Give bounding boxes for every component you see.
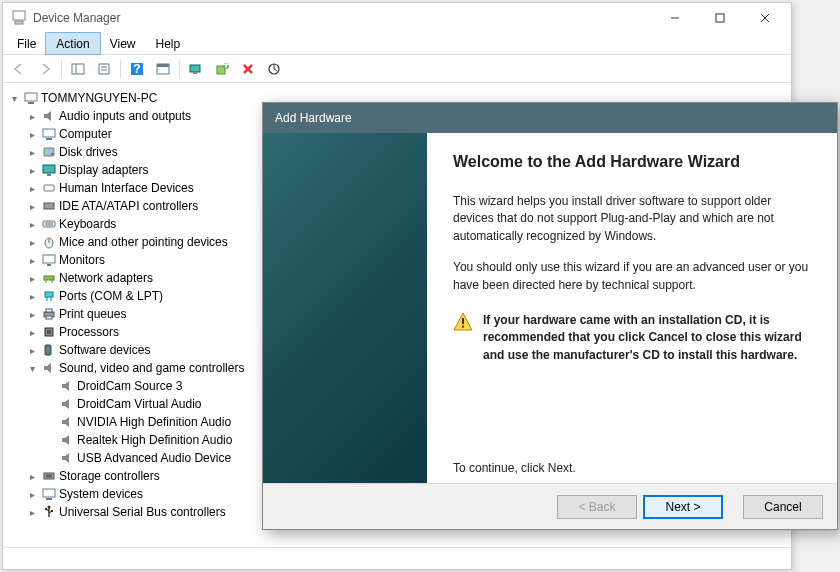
node-label: Sound, video and game controllers [59, 361, 244, 375]
node-label: Network adapters [59, 271, 153, 285]
node-label: Disk drives [59, 145, 118, 159]
window-title: Device Manager [33, 11, 652, 25]
separator [179, 60, 180, 78]
keyboard-icon [41, 216, 57, 232]
svg-rect-29 [43, 165, 55, 173]
wizard-titlebar: Add Hardware [263, 103, 837, 133]
window-buttons [652, 4, 787, 32]
expand-icon[interactable] [25, 291, 39, 302]
speaker-icon [59, 450, 75, 466]
svg-rect-53 [46, 475, 52, 478]
expand-icon[interactable] [7, 93, 21, 104]
svg-rect-6 [72, 64, 84, 74]
wizard-main: Welcome to the Add Hardware Wizard This … [427, 133, 837, 483]
expand-icon[interactable] [25, 471, 39, 482]
node-label: Mice and other pointing devices [59, 235, 228, 249]
warning-icon [453, 312, 473, 332]
cancel-button[interactable]: Cancel [743, 495, 823, 519]
expand-icon[interactable] [25, 309, 39, 320]
menu-view[interactable]: View [100, 33, 146, 54]
back-button[interactable]: < Back [557, 495, 637, 519]
printer-icon [41, 306, 57, 322]
expand-icon[interactable] [25, 219, 39, 230]
monitor-icon [41, 252, 57, 268]
svg-rect-24 [28, 102, 34, 104]
svg-rect-16 [193, 72, 197, 74]
wizard-continue-text: To continue, click Next. [453, 461, 576, 475]
help-button[interactable]: ? [125, 57, 149, 81]
svg-rect-1 [15, 21, 23, 24]
usb-icon [41, 504, 57, 520]
expand-icon[interactable] [25, 237, 39, 248]
expand-icon[interactable] [25, 255, 39, 266]
svg-rect-38 [43, 255, 55, 263]
node-label: Keyboards [59, 217, 116, 231]
node-label: Audio inputs and outputs [59, 109, 191, 123]
cpu-icon [41, 324, 57, 340]
add-legacy-hardware-button[interactable]: + [210, 57, 234, 81]
properties-button[interactable] [92, 57, 116, 81]
svg-rect-55 [46, 498, 52, 500]
node-label: Universal Serial Bus controllers [59, 505, 226, 519]
add-hardware-wizard: Add Hardware Welcome to the Add Hardware… [262, 102, 838, 530]
svg-rect-48 [46, 316, 52, 319]
expand-icon[interactable] [25, 129, 39, 140]
expand-icon[interactable] [25, 201, 39, 212]
wizard-sidebar-graphic [263, 133, 427, 483]
menu-help[interactable]: Help [146, 33, 191, 54]
app-icon [11, 10, 27, 26]
node-label: Software devices [59, 343, 150, 357]
svg-rect-14 [157, 64, 169, 67]
menu-file[interactable]: File [7, 33, 46, 54]
expand-icon[interactable] [25, 363, 39, 374]
node-label: TOMMYNGUYEN-PC [41, 91, 157, 105]
port-icon [41, 288, 57, 304]
svg-rect-40 [44, 276, 54, 280]
node-label: Realtek High Definition Audio [77, 433, 232, 447]
menu-action[interactable]: Action [46, 33, 99, 54]
expand-icon[interactable] [25, 273, 39, 284]
svg-rect-50 [47, 330, 51, 334]
forward-button[interactable] [33, 57, 57, 81]
expand-icon[interactable] [25, 111, 39, 122]
node-label: DroidCam Source 3 [77, 379, 182, 393]
separator [61, 60, 62, 78]
node-label: Ports (COM & LPT) [59, 289, 163, 303]
close-button[interactable] [742, 4, 787, 32]
svg-rect-23 [25, 93, 37, 101]
svg-rect-26 [46, 138, 52, 140]
svg-rect-25 [43, 129, 55, 137]
show-hide-tree-button[interactable] [66, 57, 90, 81]
wizard-title: Add Hardware [275, 111, 352, 125]
svg-point-28 [51, 153, 53, 155]
node-label: Human Interface Devices [59, 181, 194, 195]
node-label: USB Advanced Audio Device [77, 451, 231, 465]
computer-icon [23, 90, 39, 106]
expand-icon[interactable] [25, 327, 39, 338]
node-label: Computer [59, 127, 112, 141]
wizard-warning-text: If your hardware came with an installati… [483, 312, 811, 364]
svg-rect-47 [46, 309, 52, 312]
maximize-button[interactable] [697, 4, 742, 32]
next-button[interactable]: Next > [643, 495, 723, 519]
action-button[interactable] [151, 57, 175, 81]
svg-text:+: + [222, 62, 229, 72]
uninstall-device-button[interactable] [236, 57, 260, 81]
toolbar: ? + [3, 55, 791, 83]
minimize-button[interactable] [652, 4, 697, 32]
wizard-heading: Welcome to the Add Hardware Wizard [453, 153, 811, 171]
back-button[interactable] [7, 57, 31, 81]
scan-hardware-button[interactable] [184, 57, 208, 81]
expand-icon[interactable] [25, 345, 39, 356]
node-label: Monitors [59, 253, 105, 267]
expand-icon[interactable] [25, 489, 39, 500]
expand-icon[interactable] [25, 183, 39, 194]
separator [120, 60, 121, 78]
expand-icon[interactable] [25, 165, 39, 176]
speaker-icon [59, 414, 75, 430]
svg-rect-33 [43, 221, 55, 227]
disk-icon [41, 144, 57, 160]
expand-icon[interactable] [25, 147, 39, 158]
update-driver-button[interactable] [262, 57, 286, 81]
expand-icon[interactable] [25, 507, 39, 518]
